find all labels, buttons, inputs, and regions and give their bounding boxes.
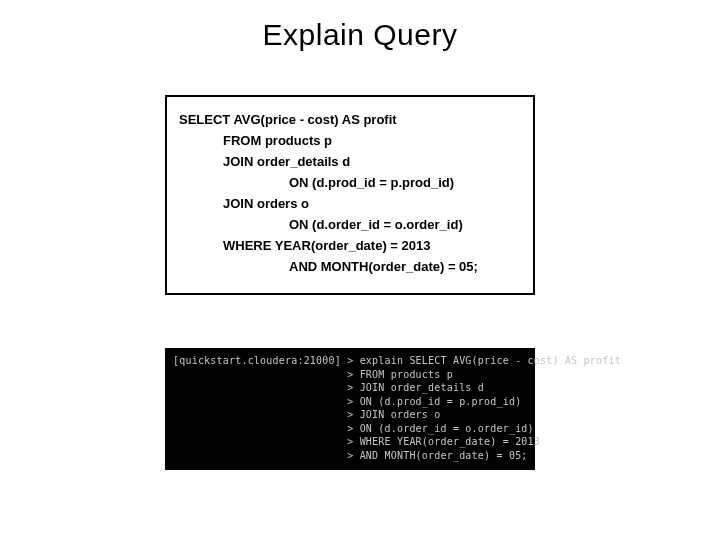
sql-line: FROM products p xyxy=(179,134,521,149)
terminal-line: > WHERE YEAR(order_date) = 2013 xyxy=(173,435,527,449)
sql-line: AND MONTH(order_date) = 05; xyxy=(179,260,521,275)
sql-line: JOIN order_details d xyxy=(179,155,521,170)
terminal-line: > FROM products p xyxy=(173,368,527,382)
terminal-line: [quickstart.cloudera:21000] > explain SE… xyxy=(173,354,527,368)
page-title: Explain Query xyxy=(0,18,720,52)
slide: Explain Query SELECT AVG(price - cost) A… xyxy=(0,0,720,540)
terminal-screenshot: [quickstart.cloudera:21000] > explain SE… xyxy=(165,348,535,470)
sql-query-box: SELECT AVG(price - cost) AS profit FROM … xyxy=(165,95,535,295)
sql-line: ON (d.order_id = o.order_id) xyxy=(179,218,521,233)
terminal-line: > JOIN order_details d xyxy=(173,381,527,395)
sql-line: ON (d.prod_id = p.prod_id) xyxy=(179,176,521,191)
sql-line: WHERE YEAR(order_date) = 2013 xyxy=(179,239,521,254)
terminal-line: > ON (d.order_id = o.order_id) xyxy=(173,422,527,436)
terminal-line: > AND MONTH(order_date) = 05; xyxy=(173,449,527,463)
sql-line: SELECT AVG(price - cost) AS profit xyxy=(179,113,521,128)
sql-line: JOIN orders o xyxy=(179,197,521,212)
terminal-line: > ON (d.prod_id = p.prod_id) xyxy=(173,395,527,409)
terminal-line: > JOIN orders o xyxy=(173,408,527,422)
